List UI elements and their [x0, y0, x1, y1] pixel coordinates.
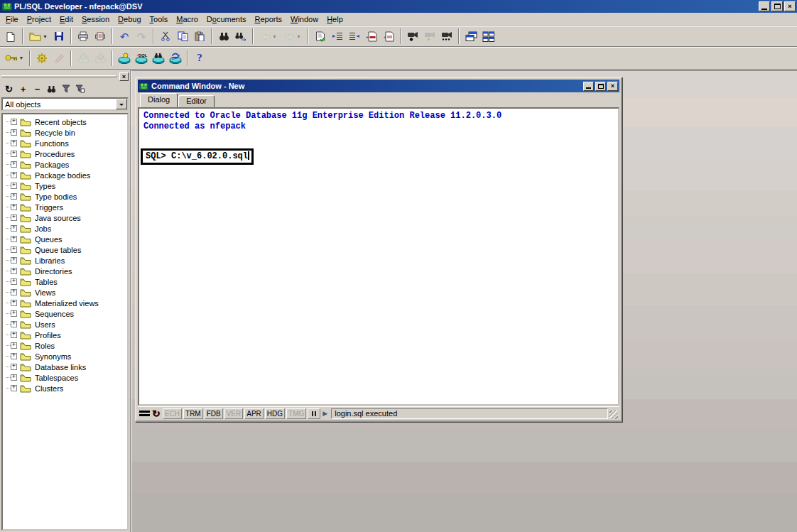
tree-item[interactable]: +Synonyms [3, 351, 127, 362]
print-button[interactable] [75, 28, 92, 45]
expand-icon[interactable]: + [11, 300, 17, 306]
tree-item[interactable]: +Triggers [3, 202, 127, 212]
expand-icon[interactable]: + [11, 215, 17, 221]
menu-window[interactable]: Window [286, 13, 322, 25]
browse-database-button[interactable] [150, 50, 167, 67]
minimize-button[interactable] [759, 1, 770, 11]
edit-button[interactable] [50, 50, 67, 67]
expand-icon[interactable]: + [11, 140, 17, 146]
expand-icon[interactable]: + [11, 268, 17, 274]
syntax-check-button[interactable] [312, 28, 329, 45]
tree-item[interactable]: +Type bodies [3, 191, 127, 202]
toggle-trm[interactable]: TRM [183, 408, 203, 419]
prev-marker-button[interactable] [380, 28, 397, 45]
tree-item[interactable]: +Clusters [3, 383, 127, 393]
cw-minimize-button[interactable] [583, 82, 594, 91]
tree-item[interactable]: +Directories [3, 266, 127, 276]
expand-icon[interactable]: + [11, 332, 17, 338]
new-button[interactable] [2, 28, 19, 45]
commit-button[interactable] [75, 50, 92, 67]
refresh-icon[interactable]: ↻ [152, 408, 160, 419]
macro-record-button[interactable] [404, 28, 421, 45]
tree-item[interactable]: +Users [3, 319, 127, 330]
tree-item[interactable]: +Types [3, 180, 127, 191]
tree-item[interactable]: +Libraries [3, 255, 127, 266]
forward-button[interactable]: ▼ [281, 28, 305, 45]
forward-dropdown-icon[interactable]: ▼ [296, 34, 301, 39]
expand-icon[interactable]: + [11, 151, 17, 157]
cascade-windows-button[interactable] [462, 28, 479, 45]
cut-button[interactable] [157, 28, 174, 45]
object-filter-dropdown[interactable]: All objects [1, 97, 129, 111]
tab-dialog[interactable]: Dialog [140, 93, 178, 108]
resize-grip-icon[interactable] [609, 411, 618, 419]
cw-close-button[interactable]: × [607, 82, 618, 91]
filter-button[interactable] [60, 83, 72, 95]
expand-all-button[interactable]: + [17, 83, 29, 95]
command-window-titlebar[interactable]: Command Window - New × [138, 80, 619, 92]
expand-icon[interactable]: + [11, 257, 17, 264]
tab-editor[interactable]: Editor [178, 95, 215, 107]
expand-icon[interactable]: + [11, 161, 17, 168]
tree-item[interactable]: +Jobs [3, 223, 127, 234]
expand-icon[interactable]: + [11, 183, 17, 189]
macro-playback-button[interactable] [421, 28, 438, 45]
tree-item[interactable]: +Sequences [3, 308, 127, 319]
rollback-button[interactable] [92, 50, 109, 67]
prompt-highlight-box[interactable]: SQL> C:\v_6.02.0.sql [141, 148, 254, 165]
tree-item[interactable]: +Profiles [3, 330, 127, 340]
toggle-tmg[interactable]: TMG [286, 408, 306, 419]
play-icon[interactable]: ▶ [322, 410, 327, 417]
tree-item[interactable]: +Procedures [3, 148, 127, 159]
menu-file[interactable]: File [1, 13, 23, 25]
paste-button[interactable] [191, 28, 208, 45]
find-button[interactable] [215, 28, 232, 45]
expand-icon[interactable]: + [11, 119, 17, 125]
menu-tools[interactable]: Tools [146, 13, 173, 25]
expand-icon[interactable]: + [11, 342, 17, 349]
tree-item[interactable]: +Functions [3, 138, 127, 148]
refresh-session-button[interactable] [167, 50, 184, 67]
print-preview-button[interactable] [92, 28, 109, 45]
menu-debug[interactable]: Debug [114, 13, 145, 25]
maximize-button[interactable] [771, 1, 783, 11]
menu-help[interactable]: Help [322, 13, 347, 25]
tile-windows-button[interactable] [479, 28, 497, 45]
open-button[interactable]: ▼ [26, 28, 50, 45]
dropdown-button[interactable] [116, 99, 127, 109]
save-button[interactable] [50, 28, 67, 45]
tree-item[interactable]: +Queue tables [3, 244, 127, 255]
new-command-window-button[interactable]: SQL [133, 50, 150, 67]
expand-icon[interactable]: + [11, 310, 17, 317]
collapse-all-button[interactable]: − [31, 83, 43, 95]
toggle-apr[interactable]: APR [244, 408, 264, 419]
refresh-button[interactable]: ↻ [3, 83, 15, 95]
filter-settings-button[interactable] [74, 83, 86, 95]
menu-edit[interactable]: Edit [55, 13, 77, 25]
menu-grip-icon[interactable] [139, 411, 150, 416]
menu-documents[interactable]: Documents [202, 13, 251, 25]
expand-icon[interactable]: + [11, 225, 17, 232]
expand-icon[interactable]: + [11, 172, 17, 178]
expand-icon[interactable]: + [11, 278, 17, 285]
redo-button[interactable]: ↷ [133, 28, 150, 45]
expand-icon[interactable]: + [11, 193, 17, 200]
tree-item[interactable]: +Views [3, 287, 127, 298]
tree-item[interactable]: +Roles [3, 340, 127, 351]
panel-drag-grip[interactable] [1, 75, 116, 77]
menu-reports[interactable]: Reports [250, 13, 286, 25]
toggle-fdb[interactable]: FDB [205, 408, 223, 419]
expand-icon[interactable]: + [11, 374, 17, 381]
expand-icon[interactable]: + [11, 236, 17, 242]
expand-icon[interactable]: + [11, 246, 17, 253]
expand-icon[interactable]: + [11, 204, 17, 210]
help-button[interactable]: ? [191, 50, 208, 67]
logon-button[interactable]: ▼ [2, 50, 26, 67]
open-dropdown-icon[interactable]: ▼ [43, 34, 48, 39]
command-output-area[interactable]: Connected to Oracle Database 11g Enterpr… [138, 107, 619, 406]
cw-maximize-button[interactable] [595, 82, 606, 91]
toggle-ech[interactable]: ECH [163, 408, 182, 419]
back-dropdown-icon[interactable]: ▼ [272, 34, 277, 39]
undo-button[interactable]: ↶ [116, 28, 133, 45]
tree-item[interactable]: +Recent objects [3, 116, 127, 127]
